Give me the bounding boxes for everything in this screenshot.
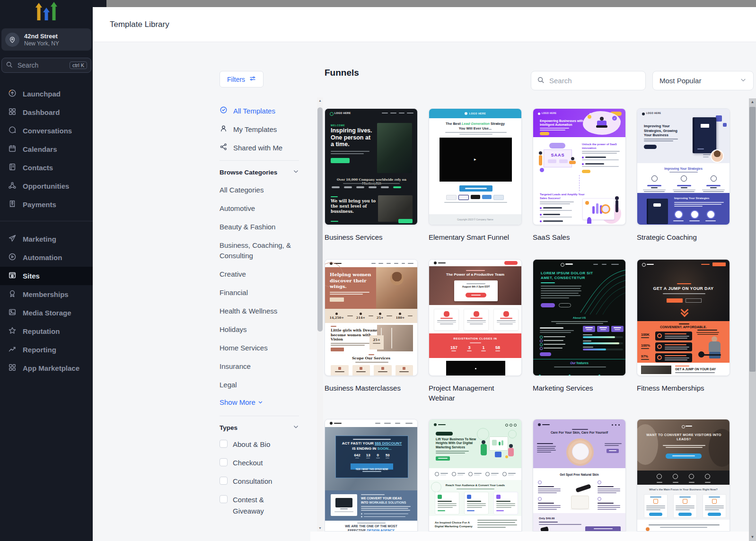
sliders-icon <box>249 75 256 83</box>
template-card-business-services[interactable]: LOGO HERE WELCOME Inspiring lives.One pe… <box>325 108 418 242</box>
grid-scrollbar[interactable]: ▲ ▼ <box>317 97 323 532</box>
category-automotive[interactable]: Automotive <box>220 199 299 218</box>
location-switcher[interactable]: 42nd Street New York, NY <box>1 28 91 51</box>
template-card-leads-webinar[interactable]: WANT TO CONVERT MORE VISITORS INTOLEADS? <box>637 419 730 532</box>
view-my-templates[interactable]: My Templates <box>220 123 299 135</box>
category-creative[interactable]: Creative <box>220 265 299 283</box>
sort-dropdown[interactable]: Most Popular <box>652 71 754 90</box>
sidebar-item-reputation[interactable]: Reputation <box>0 322 93 340</box>
scrollbar-thumb[interactable] <box>749 107 756 372</box>
opportunities-network-icon <box>8 181 17 191</box>
sidebar-item-marketing[interactable]: Marketing <box>0 230 93 248</box>
sidebar-item-reporting[interactable]: Reporting <box>0 340 93 359</box>
sites-browser-icon <box>8 271 17 281</box>
template-card-fitness-memberships[interactable]: GET A JUMP ON YOUR DAY CONVENIENT. AFFOR… <box>637 259 730 403</box>
sidebar-item-automation[interactable]: Automation <box>0 248 93 267</box>
view-shared-with-me[interactable]: Shared with Me <box>220 142 299 153</box>
template-thumbnail[interactable]: GET A JUMP ON YOUR DAY CONVENIENT. AFFOR… <box>637 259 730 376</box>
type-contest-giveaway[interactable]: Contest & Giveaway <box>220 494 286 517</box>
template-card-strategic-coaching[interactable]: LOGO HERE Improving YourStrategies, Grow… <box>637 108 730 242</box>
sidebar-item-payments[interactable]: Payments <box>0 195 93 214</box>
template-search[interactable] <box>531 71 646 90</box>
category-all[interactable]: All Categories <box>220 181 299 199</box>
scrollbar-thumb[interactable] <box>317 107 323 332</box>
template-thumbnail[interactable]: LOGO HERE WELCOME Inspiring lives.One pe… <box>325 108 418 225</box>
sidebar-item-sites[interactable]: Sites <box>0 267 93 285</box>
template-card-elementary-smart-funnel[interactable]: LOGO HERE The Best Lead Generation Strat… <box>429 108 522 242</box>
category-business-coaching[interactable]: Business, Coaching, & Consulting <box>220 236 299 265</box>
template-search-input[interactable] <box>548 76 640 85</box>
gohighlevel-logo-icon <box>35 1 57 24</box>
category-holidays[interactable]: Holidays <box>220 320 299 339</box>
sidebar-item-dashboard[interactable]: Dashboard <box>0 103 93 122</box>
template-card-saas-sales[interactable]: LOGO HERE Empowering Businesses withInte… <box>533 108 626 242</box>
template-thumbnail[interactable]: Care For Your Skin, Care For Yourself <box>533 419 626 532</box>
checkbox[interactable] <box>220 495 228 503</box>
template-card-marketing-services[interactable]: LOREM IPSUM DOLOR SITAMET, CONSECTETUR <box>533 259 626 403</box>
category-insurance[interactable]: Insurance <box>220 357 299 375</box>
template-thumbnail[interactable]: The Power of a Productive Team August 9t… <box>429 259 522 376</box>
thumb-logo: LOGO HERE <box>334 112 351 114</box>
show-more-link[interactable]: Show More <box>220 394 299 410</box>
template-card-project-management-webinar[interactable]: The Power of a Productive Team August 9t… <box>429 259 522 403</box>
type-consultation[interactable]: Consultation <box>220 476 299 487</box>
template-thumbnail[interactable]: Lift Your Business To NewHeights With Ou… <box>429 419 522 532</box>
template-thumbnail[interactable]: LOGO HERE Empowering Businesses withInte… <box>533 108 626 225</box>
template-thumbnail[interactable]: ACT FAST! YOUR $$$ DISCOUNT IS ENDING IN… <box>325 419 418 532</box>
template-thumbnail[interactable]: LOREM IPSUM DOLOR SITAMET, CONSECTETUR <box>533 259 626 376</box>
window-scrollbar[interactable]: ▲ ▼ <box>749 98 756 541</box>
filters-button[interactable]: Filters <box>220 71 264 87</box>
thumb-book <box>693 117 716 153</box>
thumb-footer: Copyright 2023 © Company Name <box>429 214 521 225</box>
search-icon <box>6 61 13 70</box>
sidebar-item-memberships[interactable]: Memberships <box>0 285 93 304</box>
checkbox[interactable] <box>220 458 228 466</box>
type-about-bio[interactable]: About & Bio <box>220 439 299 450</box>
thumb-stat-box: 25+ <box>369 335 384 349</box>
thumb-video <box>446 361 505 376</box>
sidebar-item-calendars[interactable]: Calendars <box>0 140 93 158</box>
sidebar-search[interactable]: ctrl K <box>1 58 91 73</box>
sidebar-search-input[interactable] <box>17 61 66 70</box>
thumb-heading: GET A JUMP ON YOUR DAY <box>637 286 730 291</box>
template-thumbnail[interactable]: LOGO HERE Improving YourStrategies, Grow… <box>637 108 730 225</box>
view-all-templates[interactable]: All Templates <box>220 105 299 116</box>
sidebar-item-opportunities[interactable]: Opportunities <box>0 177 93 195</box>
template-card-skin-care[interactable]: Care For Your Skin, Care For Yourself <box>533 419 626 532</box>
types-header[interactable]: Types <box>220 424 299 431</box>
sidebar-item-app-marketplace[interactable]: App Marketplace <box>0 359 93 377</box>
template-card-business-masterclasses[interactable]: Helping womendiscover theirwings. 14,250… <box>325 259 418 403</box>
sidebar-item-conversations[interactable]: Conversations <box>0 122 93 140</box>
image-icon <box>8 308 17 318</box>
sidebar-item-media-storage[interactable]: Media Storage <box>0 304 93 322</box>
checkbox[interactable] <box>220 477 228 485</box>
thumb-hero: Care For Your Skin, Care For Yourself <box>533 419 625 468</box>
page-title: Template Library <box>110 20 169 29</box>
template-thumbnail[interactable]: Helping womendiscover theirwings. 14,250… <box>325 259 418 376</box>
template-card-digital-marketing[interactable]: Lift Your Business To NewHeights With Ou… <box>429 419 522 532</box>
thumb-athlete-photo <box>698 336 730 363</box>
sidebar-item-launchpad[interactable]: Launchpad <box>0 85 93 103</box>
sidebar-nav-primary: Launchpad Dashboard Conversations Calend… <box>0 85 93 214</box>
browse-categories-header[interactable]: Browse Categories <box>220 168 299 176</box>
type-checkout[interactable]: Checkout <box>220 457 299 469</box>
sidebar-item-contacts[interactable]: Contacts <box>0 158 93 177</box>
thumb-cards-heading: Reach Your Audience & Convert Your Leads <box>429 484 521 487</box>
thumb-lower-heading: We will bring you tothe next level ofbus… <box>331 199 376 214</box>
scroll-up-arrow[interactable]: ▲ <box>749 98 756 106</box>
category-legal[interactable]: Legal <box>220 375 299 394</box>
scroll-up-arrow[interactable]: ▲ <box>317 97 323 104</box>
category-beauty-fashion[interactable]: Beauty & Fashion <box>220 218 299 236</box>
template-card-discount-offer[interactable]: ACT FAST! YOUR $$$ DISCOUNT IS ENDING IN… <box>325 419 418 532</box>
thumb-countdown: 642 13 0 53 <box>336 453 408 458</box>
template-thumbnail[interactable]: WANT TO CONVERT MORE VISITORS INTOLEADS? <box>637 419 730 532</box>
thumb-stats: 14,250+ 214+ 25+ 180+ <box>325 309 417 323</box>
scroll-down-arrow[interactable]: ▼ <box>317 525 323 532</box>
template-thumbnail[interactable]: LOGO HERE The Best Lead Generation Strat… <box>429 108 522 225</box>
checkbox[interactable] <box>220 440 228 448</box>
category-home-services[interactable]: Home Services <box>220 339 299 357</box>
category-health-wellness[interactable]: Health & Wellness <box>220 302 299 320</box>
category-financial[interactable]: Financial <box>220 283 299 302</box>
scroll-down-arrow[interactable]: ▼ <box>749 533 756 541</box>
thumb-price: Only $49.99 <box>539 517 554 520</box>
